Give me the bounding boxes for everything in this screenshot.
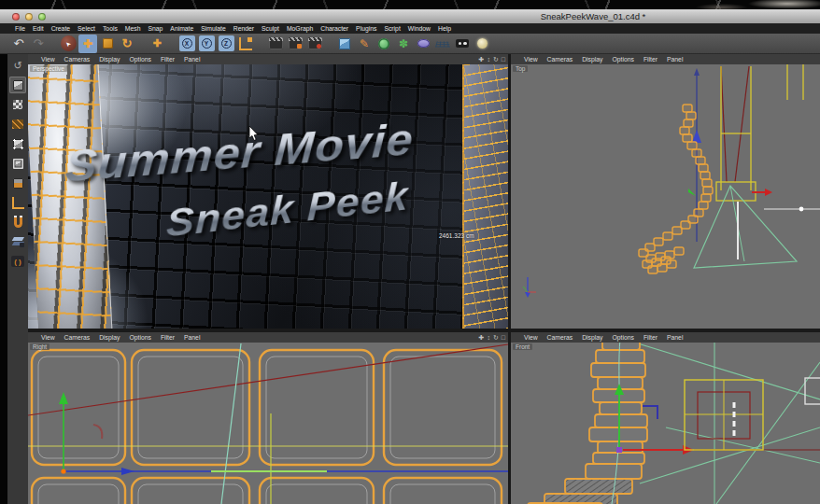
menu-item[interactable]: Sculpt bbox=[258, 25, 283, 32]
right-view-wireframes bbox=[28, 343, 508, 504]
array-generator-icon[interactable]: ✽ bbox=[394, 35, 413, 53]
viewport-nav-icon[interactable]: ↕ bbox=[487, 334, 490, 341]
viewport-menu-item[interactable]: Options bbox=[607, 334, 638, 341]
viewport-menu-item[interactable]: Filter bbox=[156, 56, 179, 63]
zoom-button[interactable] bbox=[38, 13, 46, 21]
viewport-front: ViewCamerasDisplayOptionsFilterPanel Fro… bbox=[511, 332, 820, 504]
lock-x-axis-icon[interactable]: X bbox=[177, 35, 196, 53]
viewport-menu-item[interactable]: Panel bbox=[662, 334, 687, 341]
render-settings-icon[interactable] bbox=[305, 35, 324, 53]
toolbar-separator bbox=[325, 35, 334, 53]
menu-item[interactable]: Animate bbox=[166, 25, 197, 32]
model-mode-icon[interactable] bbox=[9, 77, 26, 93]
top-scene[interactable]: Top bbox=[511, 64, 820, 329]
subdivision-surface-icon[interactable] bbox=[375, 35, 393, 53]
lock-y-axis-icon[interactable]: Y bbox=[197, 35, 216, 53]
perspective-scene[interactable]: Summer Movie Sneak Peek 2461.323 cm Pers… bbox=[28, 64, 508, 329]
viewport-menu-item[interactable]: View bbox=[519, 56, 543, 63]
selected-wall-wireframe-left bbox=[28, 57, 113, 329]
viewport-nav-icon[interactable]: ↻ bbox=[493, 56, 499, 63]
menu-item[interactable]: Render bbox=[230, 25, 258, 32]
render-picture-viewer-icon[interactable] bbox=[286, 35, 304, 53]
front-scene[interactable]: Front bbox=[511, 343, 820, 504]
workplane-mode-icon[interactable] bbox=[9, 116, 26, 133]
menu-item[interactable]: Mesh bbox=[121, 25, 145, 32]
menu-item[interactable]: Window bbox=[404, 25, 434, 32]
menu-item[interactable]: Help bbox=[434, 25, 455, 32]
menu-item[interactable]: Character bbox=[317, 25, 352, 32]
floor-icon[interactable] bbox=[433, 35, 452, 53]
viewport-label: Perspective bbox=[30, 65, 67, 72]
viewport-menu-item[interactable]: Options bbox=[124, 56, 155, 63]
viewport-nav-icon[interactable]: □ bbox=[502, 334, 505, 341]
viewport-menu-item[interactable]: Display bbox=[94, 334, 124, 341]
menu-item[interactable]: Tools bbox=[99, 25, 121, 32]
undo-icon[interactable]: ↶ bbox=[9, 35, 28, 53]
cube-primitive-icon[interactable] bbox=[335, 35, 354, 53]
viewport-menu-item[interactable]: Cameras bbox=[60, 56, 95, 63]
viewport-menu-item[interactable]: Panel bbox=[179, 334, 205, 341]
mouse-cursor bbox=[248, 126, 260, 143]
front-view-wireframes bbox=[511, 343, 820, 504]
viewport-menu-item[interactable]: Display bbox=[577, 334, 607, 341]
menu-item[interactable]: Simulate bbox=[197, 25, 229, 32]
freehand-spline-icon[interactable]: ✎ bbox=[355, 35, 374, 53]
viewport-menu-item[interactable]: Cameras bbox=[543, 56, 578, 63]
menu-item[interactable]: Create bbox=[48, 25, 74, 32]
lock-z-axis-icon[interactable]: Z bbox=[217, 35, 235, 53]
viewport-menu-item[interactable]: View bbox=[519, 334, 543, 341]
live-selection-icon[interactable]: ➤ bbox=[59, 35, 78, 53]
axis-mode-icon[interactable] bbox=[9, 194, 26, 211]
viewport-menu-item[interactable]: Filter bbox=[639, 334, 662, 341]
menu-item[interactable]: Select bbox=[74, 25, 99, 32]
edges-mode-icon[interactable] bbox=[9, 155, 26, 172]
rotate-tool-icon[interactable]: ↻ bbox=[118, 35, 136, 53]
viewport-menu-item[interactable]: View bbox=[36, 334, 60, 341]
viewport-nav-icon[interactable]: ✚ bbox=[479, 334, 485, 341]
menu-item[interactable]: Edit bbox=[29, 25, 48, 32]
viewport-nav-icon[interactable]: □ bbox=[502, 56, 505, 63]
viewport-menu-item[interactable]: Panel bbox=[662, 56, 687, 63]
viewport-menu-item[interactable]: Options bbox=[124, 334, 155, 341]
environment-icon[interactable] bbox=[414, 35, 432, 53]
workplane-snapping-icon[interactable]: ( ) bbox=[9, 253, 26, 270]
viewport-splitter-vertical[interactable] bbox=[508, 54, 511, 504]
snap-icon[interactable] bbox=[9, 214, 26, 231]
last-tool-icon[interactable]: ✚ bbox=[148, 35, 166, 53]
close-button[interactable] bbox=[12, 13, 20, 21]
viewport-menu-bar: ViewCamerasDisplayOptionsFilterPanel ✚↕↻… bbox=[28, 54, 508, 64]
light-icon[interactable] bbox=[473, 35, 491, 53]
viewport-menu-item[interactable]: Filter bbox=[639, 56, 662, 63]
viewport-menu-item[interactable]: Options bbox=[607, 56, 638, 63]
viewport-menu-item[interactable]: View bbox=[36, 56, 60, 63]
camera-icon[interactable] bbox=[453, 35, 472, 53]
menu-item[interactable]: Plugins bbox=[352, 25, 380, 32]
points-mode-icon[interactable] bbox=[9, 135, 26, 152]
app-menu-bar: FileEditCreateSelectToolsMeshSnapAnimate… bbox=[0, 23, 820, 34]
viewport-menu-item[interactable]: Panel bbox=[179, 56, 205, 63]
menu-item[interactable]: Snap bbox=[144, 25, 166, 32]
move-tool-icon[interactable]: ✚ bbox=[78, 35, 97, 53]
menu-item[interactable]: File bbox=[11, 25, 29, 32]
menu-item[interactable]: Script bbox=[380, 25, 403, 32]
viewport-menu-item[interactable]: Cameras bbox=[60, 334, 95, 341]
scale-tool-icon[interactable] bbox=[98, 35, 117, 53]
render-view-icon[interactable] bbox=[266, 35, 285, 53]
window-titlebar[interactable]: SneakPeekWave_01.c4d * bbox=[0, 9, 820, 24]
minimize-button[interactable] bbox=[25, 13, 33, 21]
texture-mode-icon[interactable] bbox=[9, 96, 26, 113]
right-scene[interactable]: Right bbox=[28, 343, 508, 504]
convert-object-icon[interactable]: ↺ bbox=[9, 57, 26, 74]
menu-item[interactable]: MoGraph bbox=[283, 25, 317, 32]
viewport-menu-item[interactable]: Cameras bbox=[543, 334, 578, 341]
locked-workplane-icon[interactable] bbox=[9, 233, 26, 250]
viewport-nav-icon[interactable]: ✚ bbox=[479, 56, 485, 63]
redo-icon[interactable]: ↷ bbox=[29, 35, 48, 53]
viewport-menu-item[interactable]: Display bbox=[577, 56, 607, 63]
viewport-menu-item[interactable]: Filter bbox=[156, 334, 179, 341]
viewport-menu-item[interactable]: Display bbox=[94, 56, 124, 63]
coordinate-system-icon[interactable] bbox=[236, 35, 255, 53]
viewport-nav-icon[interactable]: ↻ bbox=[493, 334, 499, 341]
polygons-mode-icon[interactable] bbox=[9, 175, 26, 191]
viewport-nav-icon[interactable]: ↕ bbox=[487, 56, 490, 63]
